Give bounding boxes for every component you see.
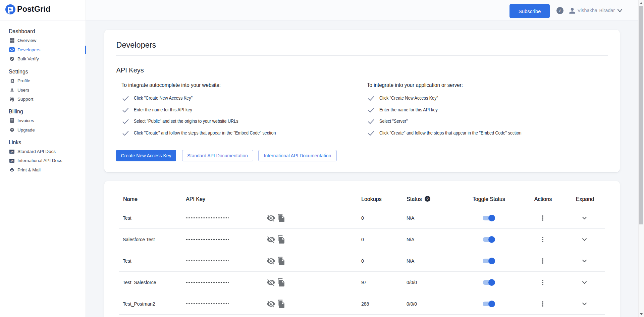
svg-text:?: ?	[426, 197, 429, 201]
svg-text:API: API	[11, 160, 13, 162]
svg-text:i: i	[559, 8, 561, 13]
svg-text:API: API	[11, 151, 13, 153]
